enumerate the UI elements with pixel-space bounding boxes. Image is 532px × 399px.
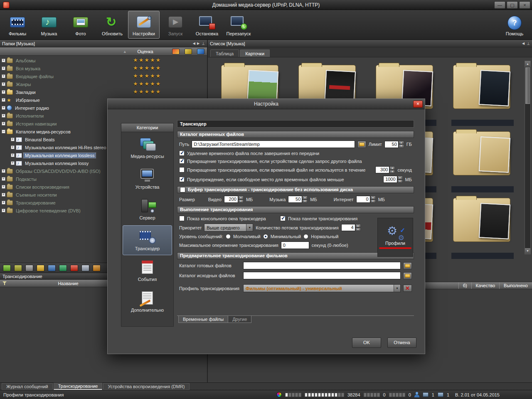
spin-down-icon[interactable]: ▼ <box>370 200 376 203</box>
transcode-panel-checkbox[interactable] <box>280 216 286 221</box>
expand-icon[interactable] <box>2 209 5 212</box>
expand-icon[interactable] <box>2 59 5 62</box>
radio-minimal[interactable] <box>263 234 268 239</box>
scrollbar-thumb[interactable] <box>525 67 530 104</box>
tree-item[interactable]: Жанры★★★★★ <box>0 80 207 88</box>
temp-path-input[interactable]: D:\Загрузки\TorrentStream\temp <box>192 140 355 148</box>
toolbar-stop-button[interactable]: Остановка <box>191 11 223 39</box>
profiles-button[interactable]: ⚙⚙✓ Профили <box>377 218 413 257</box>
expand-icon[interactable] <box>2 90 5 94</box>
minimize-button[interactable]: — <box>494 1 505 9</box>
column-done[interactable]: Выполнено <box>499 282 532 289</box>
category-server[interactable]: Сервер <box>123 195 172 224</box>
source-dir-input[interactable] <box>243 272 401 279</box>
toolbar-photo-button[interactable]: Фото <box>65 11 96 39</box>
rating-stars[interactable]: ★★★★★ <box>133 81 161 87</box>
pin-icon[interactable]: ⊥ <box>527 42 530 46</box>
panel-back-icon[interactable]: ◀ <box>522 42 525 45</box>
max-ahead-input[interactable]: 0 <box>281 241 309 249</box>
panel-back-icon[interactable]: ◀ <box>193 42 195 45</box>
tab-cards[interactable]: Карточки <box>240 49 270 57</box>
expand-icon[interactable] <box>2 114 5 118</box>
dialog-close-button[interactable]: × <box>413 101 423 108</box>
priority-dropdown[interactable]: Выше среднего▼ <box>204 224 253 232</box>
users-filter-icon[interactable] <box>172 49 180 54</box>
image-icon[interactable] <box>25 265 33 271</box>
category-devices[interactable]: Устройства <box>123 164 172 194</box>
category-additional[interactable]: Дополнительно <box>123 287 172 317</box>
expand-icon[interactable] <box>11 145 15 149</box>
collapse-icon[interactable] <box>2 130 5 133</box>
spin-down-icon[interactable]: ▼ <box>389 170 395 174</box>
tree-item[interactable]: Входящие файлы★★★★★ <box>0 72 207 80</box>
clear-profile-button[interactable]: ✕ <box>403 285 412 292</box>
toolbar-films-button[interactable]: Фильмы <box>2 11 33 39</box>
unused-seconds-spinner[interactable]: 300▲▼ <box>375 166 395 173</box>
expand-icon[interactable] <box>2 185 5 189</box>
transcode-profile-dropdown[interactable]: Фильмы (оптимальный) - универсальный▼ <box>243 284 401 292</box>
stop-on-other-request-checkbox[interactable] <box>179 158 185 164</box>
toolbar-help-button[interactable]: ? Помощь <box>499 11 530 39</box>
internet-buffer-spinner[interactable]: 0▲▼ <box>356 196 376 203</box>
scroll-down-icon[interactable]: ▼ <box>525 248 530 254</box>
category-events[interactable]: События <box>123 256 172 286</box>
new-item-icon[interactable] <box>3 265 11 271</box>
gear-red-icon[interactable] <box>70 265 78 271</box>
pin-icon[interactable]: ⊥ <box>202 42 205 46</box>
expand-icon[interactable] <box>2 193 5 197</box>
expand-icon[interactable] <box>2 74 5 78</box>
category-media-resources[interactable]: Медиа-ресурсы <box>123 133 172 163</box>
threads-spinner[interactable]: 4▲▼ <box>341 224 361 231</box>
filter-icon[interactable] <box>2 281 7 286</box>
toolbar-music-button[interactable]: ♪ Музыка <box>33 11 65 39</box>
expand-icon[interactable] <box>11 138 15 141</box>
rating-stars[interactable]: ★★★★★ <box>133 73 161 79</box>
spin-down-icon[interactable]: ▼ <box>397 180 403 183</box>
spin-up-icon[interactable]: ▲ <box>238 196 244 200</box>
expand-icon[interactable] <box>2 82 5 86</box>
toolbar-restart-button[interactable]: ↻ Перезапуск <box>223 11 254 39</box>
cancel-button[interactable]: Отмена <box>387 337 416 348</box>
console-window-checkbox[interactable] <box>179 216 185 221</box>
expand-icon[interactable] <box>2 177 5 181</box>
free-space-warning-checkbox[interactable] <box>179 177 185 182</box>
limit-spinner[interactable]: 50▲▼ <box>384 141 404 148</box>
tab-temp-files[interactable]: Временные файлы <box>178 316 228 323</box>
radio-silent[interactable] <box>226 234 231 239</box>
music-buffer-spinner[interactable]: 50▲▼ <box>288 196 308 203</box>
browse-folder-button[interactable] <box>403 262 412 269</box>
rating-stars[interactable]: ★★★★★ <box>133 89 161 95</box>
rating-column-header[interactable]: ▵ Оценка <box>0 47 207 56</box>
album-card[interactable] <box>444 127 521 194</box>
browse-folder-button[interactable] <box>403 272 412 279</box>
tab-table[interactable]: Таблица <box>210 49 239 57</box>
toolbar-settings-button[interactable]: ⚙ Настройки <box>128 11 160 39</box>
tab-message-log[interactable]: Журнал сообщений <box>2 383 53 390</box>
expand-icon[interactable] <box>2 66 5 70</box>
levels-icon[interactable] <box>197 49 204 54</box>
tab-dmr-devices[interactable]: Устройства воспроизведения (DMR) <box>103 383 189 390</box>
column-quality[interactable]: Качество <box>471 282 500 289</box>
tree-item[interactable]: Вся музыка★★★★★ <box>0 64 207 72</box>
spin-down-icon[interactable]: ▼ <box>399 144 404 148</box>
video-buffer-spinner[interactable]: 200▲▼ <box>224 196 244 203</box>
grid-icon[interactable] <box>48 265 56 271</box>
spin-down-icon[interactable]: ▼ <box>355 228 361 232</box>
toolbar-refresh-button[interactable]: ↻ Обновить <box>96 11 128 39</box>
vertical-scrollbar[interactable]: ▲ ▼ <box>525 61 531 254</box>
spin-up-icon[interactable]: ▲ <box>302 196 308 200</box>
close-button[interactable]: × <box>519 1 530 9</box>
rating-stars[interactable]: ★★★★★ <box>133 65 161 71</box>
ready-dir-input[interactable] <box>243 262 401 269</box>
expand-icon[interactable] <box>2 98 5 102</box>
tree-item[interactable]: Альбомы★★★★★ <box>0 57 207 64</box>
spin-up-icon[interactable]: ▲ <box>355 224 361 228</box>
spin-up-icon[interactable]: ▲ <box>389 166 395 170</box>
toolbar-start-button[interactable]: ▶ Запуск <box>160 11 191 39</box>
rating-stars[interactable]: ★★★★★ <box>133 57 161 63</box>
expand-icon[interactable] <box>2 201 5 204</box>
spin-up-icon[interactable]: ▲ <box>397 176 403 180</box>
panel-forward-icon[interactable]: ▶ <box>197 42 200 45</box>
spin-down-icon[interactable]: ▼ <box>238 200 244 203</box>
maximize-button[interactable]: ▢ <box>507 1 518 9</box>
